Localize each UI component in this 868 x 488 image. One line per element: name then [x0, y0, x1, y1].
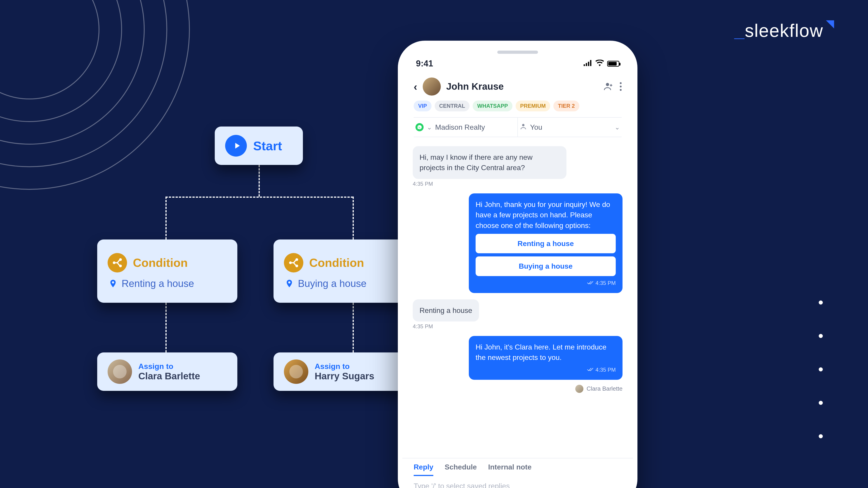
pin-icon	[285, 279, 294, 288]
svg-rect-9	[590, 60, 592, 66]
svg-rect-7	[586, 63, 587, 66]
status-time: 9:41	[416, 59, 433, 68]
message-time: 4:35 PM	[413, 181, 566, 187]
wifi-icon	[595, 59, 604, 68]
assignee-name: Clara Barlette	[138, 371, 200, 382]
tab-reply[interactable]: Reply	[414, 463, 433, 476]
svg-point-3	[289, 261, 292, 264]
tag-vip[interactable]: VIP	[414, 101, 432, 111]
message-text: Renting a house	[413, 299, 479, 322]
condition-value: Buying a house	[298, 278, 366, 289]
svg-point-0	[113, 261, 116, 264]
back-button[interactable]: ‹	[414, 80, 417, 93]
tag-tier[interactable]: TIER 2	[553, 101, 579, 111]
message-text: Hi John, it's Clara here. Let me introdu…	[475, 342, 616, 363]
play-icon	[225, 135, 247, 157]
channel-selector[interactable]: ⌄ Madison Realty	[414, 118, 518, 137]
contact-name: John Krause	[446, 81, 598, 92]
message-in: Hi, may I know if there are any new proj…	[413, 146, 566, 187]
flow-start-node[interactable]: Start	[215, 127, 303, 165]
read-receipt-icon	[587, 366, 593, 374]
sender-caption: Clara Barlette	[575, 385, 622, 393]
tab-schedule[interactable]: Schedule	[445, 463, 477, 476]
option-buying-button[interactable]: Buying a house	[475, 256, 616, 276]
composer-input[interactable]: Type '/' to select saved replies	[414, 482, 622, 488]
assignee-selector[interactable]: You ⌄	[518, 118, 622, 137]
contact-tags: VIP CENTRAL WHATSAPP PREMIUM TIER 2	[414, 101, 622, 111]
sender-name: Clara Barlette	[587, 385, 622, 392]
battery-icon	[607, 61, 619, 67]
contact-avatar[interactable]	[423, 77, 441, 96]
avatar	[284, 359, 308, 384]
flow-start-label: Start	[253, 138, 282, 153]
message-text: Hi John, thank you for your inquiry! We …	[475, 199, 616, 231]
connector	[165, 303, 166, 352]
tag-premium[interactable]: PREMIUM	[516, 101, 550, 111]
assignee-name: You	[530, 123, 542, 131]
condition-title: Condition	[133, 256, 188, 269]
channel-name: Madison Realty	[435, 123, 485, 131]
connector	[165, 197, 166, 239]
condition-title: Condition	[309, 256, 364, 269]
assign-label: Assign to	[138, 362, 200, 371]
phone-notch	[497, 51, 538, 54]
message-in: Renting a house 4:35 PM	[413, 299, 479, 330]
message-out-options: Hi John, thank you for your inquiry! We …	[469, 193, 622, 293]
message-text: Hi, may I know if there are any new proj…	[413, 146, 566, 179]
status-bar: 9:41	[402, 45, 633, 73]
tag-central[interactable]: CENTRAL	[435, 101, 470, 111]
option-renting-button[interactable]: Renting a house	[475, 234, 616, 253]
signal-icon	[584, 59, 592, 68]
brand-logo: _sleekflow	[734, 20, 834, 41]
assign-label: Assign to	[315, 362, 374, 371]
svg-rect-6	[584, 64, 585, 66]
flow-condition-buying[interactable]: Condition Buying a house	[274, 239, 414, 303]
more-icon[interactable]	[620, 81, 622, 92]
svg-point-11	[522, 124, 525, 126]
avatar	[107, 359, 132, 384]
read-receipt-icon	[587, 279, 593, 287]
composer: Reply Schedule Internal note Type '/' to…	[402, 458, 633, 488]
message-time: 4:35 PM	[413, 323, 479, 330]
whatsapp-icon	[415, 123, 424, 131]
chat-body: Hi, may I know if there are any new proj…	[402, 137, 633, 395]
connector	[352, 197, 354, 239]
connector	[352, 303, 354, 352]
phone-mockup: 9:41 ‹ John Krause VIP CENTRAL WHATSAPP …	[398, 41, 638, 488]
branch-icon	[107, 253, 127, 272]
person-icon	[520, 123, 527, 132]
flow-assign-harry[interactable]: Assign to Harry Sugars	[274, 352, 414, 391]
branch-icon	[284, 253, 303, 272]
decorative-dots	[819, 300, 823, 438]
flow-diagram: Start Condition Renting a house Conditio…	[95, 127, 434, 425]
pin-icon	[108, 279, 118, 288]
chat-header: ‹ John Krause VIP CENTRAL WHATSAPP PREMI…	[402, 73, 633, 137]
add-person-icon[interactable]	[603, 81, 613, 92]
flow-condition-renting[interactable]: Condition Renting a house	[97, 239, 237, 303]
flow-assign-clara[interactable]: Assign to Clara Barlette	[97, 352, 237, 391]
brand-text: sleekflow	[745, 20, 823, 41]
tag-whatsapp[interactable]: WHATSAPP	[473, 101, 513, 111]
assignee-name: Harry Sugars	[315, 371, 374, 382]
message-time: 4:35 PM	[596, 366, 616, 374]
condition-value: Renting a house	[122, 278, 194, 289]
message-time: 4:35 PM	[596, 279, 616, 287]
message-out: Hi John, it's Clara here. Let me introdu…	[469, 336, 622, 380]
svg-point-10	[606, 83, 609, 86]
svg-rect-8	[588, 62, 589, 66]
connector	[165, 197, 353, 198]
tab-internal-note[interactable]: Internal note	[488, 463, 531, 476]
connector	[258, 165, 260, 197]
sender-avatar	[575, 385, 583, 393]
